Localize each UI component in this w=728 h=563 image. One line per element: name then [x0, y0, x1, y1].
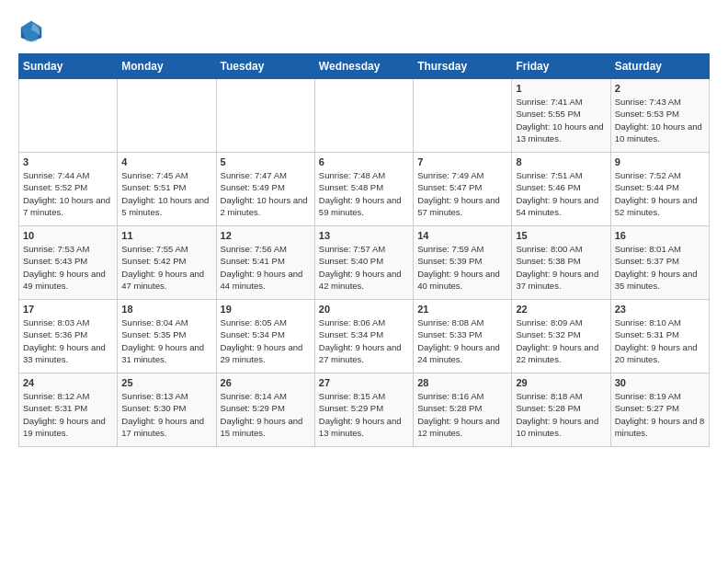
calendar-cell: 25Sunrise: 8:13 AM Sunset: 5:30 PM Dayli…	[118, 373, 216, 447]
day-info: Sunrise: 7:56 AM Sunset: 5:41 PM Dayligh…	[221, 243, 311, 292]
day-number: 3	[23, 156, 113, 167]
weekday-header: Thursday	[414, 54, 512, 79]
calendar-cell: 29Sunrise: 8:18 AM Sunset: 5:28 PM Dayli…	[512, 373, 610, 447]
weekday-header: Saturday	[610, 54, 709, 79]
day-number: 27	[319, 377, 409, 388]
weekday-header: Sunday	[19, 54, 118, 79]
day-number: 2	[615, 83, 705, 94]
calendar-cell: 27Sunrise: 8:15 AM Sunset: 5:29 PM Dayli…	[314, 373, 413, 447]
calendar-cell: 19Sunrise: 8:05 AM Sunset: 5:34 PM Dayli…	[216, 300, 314, 373]
calendar-cell: 12Sunrise: 7:56 AM Sunset: 5:41 PM Dayli…	[216, 226, 314, 300]
calendar-cell	[118, 79, 216, 153]
calendar-cell: 9Sunrise: 7:52 AM Sunset: 5:44 PM Daylig…	[610, 153, 709, 226]
day-info: Sunrise: 7:41 AM Sunset: 5:55 PM Dayligh…	[516, 96, 606, 144]
day-number: 16	[615, 230, 705, 241]
day-info: Sunrise: 8:12 AM Sunset: 5:31 PM Dayligh…	[23, 390, 113, 439]
day-info: Sunrise: 7:57 AM Sunset: 5:40 PM Dayligh…	[319, 243, 409, 292]
day-info: Sunrise: 8:03 AM Sunset: 5:36 PM Dayligh…	[23, 316, 113, 365]
day-info: Sunrise: 7:52 AM Sunset: 5:44 PM Dayligh…	[615, 169, 705, 218]
day-number: 22	[516, 304, 606, 315]
day-info: Sunrise: 8:15 AM Sunset: 5:29 PM Dayligh…	[319, 390, 409, 439]
calendar-cell: 24Sunrise: 8:12 AM Sunset: 5:31 PM Dayli…	[19, 373, 118, 447]
calendar-cell: 13Sunrise: 7:57 AM Sunset: 5:40 PM Dayli…	[314, 226, 413, 300]
calendar-cell	[314, 79, 413, 153]
calendar-cell: 11Sunrise: 7:55 AM Sunset: 5:42 PM Dayli…	[118, 226, 216, 300]
calendar-cell: 1Sunrise: 7:41 AM Sunset: 5:55 PM Daylig…	[512, 79, 610, 153]
day-info: Sunrise: 8:19 AM Sunset: 5:27 PM Dayligh…	[615, 390, 705, 439]
calendar-cell: 10Sunrise: 7:53 AM Sunset: 5:43 PM Dayli…	[19, 226, 118, 300]
calendar-cell: 30Sunrise: 8:19 AM Sunset: 5:27 PM Dayli…	[610, 373, 709, 447]
day-info: Sunrise: 8:13 AM Sunset: 5:30 PM Dayligh…	[121, 390, 211, 439]
day-info: Sunrise: 7:51 AM Sunset: 5:46 PM Dayligh…	[516, 169, 606, 218]
calendar-cell: 28Sunrise: 8:16 AM Sunset: 5:28 PM Dayli…	[414, 373, 512, 447]
calendar-cell: 20Sunrise: 8:06 AM Sunset: 5:34 PM Dayli…	[314, 300, 413, 373]
calendar-cell: 21Sunrise: 8:08 AM Sunset: 5:33 PM Dayli…	[414, 300, 512, 373]
day-info: Sunrise: 7:55 AM Sunset: 5:42 PM Dayligh…	[121, 243, 211, 292]
day-info: Sunrise: 8:18 AM Sunset: 5:28 PM Dayligh…	[516, 390, 606, 439]
day-number: 6	[319, 156, 409, 167]
page-header	[18, 18, 710, 44]
day-number: 24	[23, 377, 113, 388]
calendar-header: SundayMondayTuesdayWednesdayThursdayFrid…	[19, 54, 710, 79]
calendar-cell: 4Sunrise: 7:45 AM Sunset: 5:51 PM Daylig…	[118, 153, 216, 226]
day-info: Sunrise: 8:10 AM Sunset: 5:31 PM Dayligh…	[615, 316, 705, 365]
day-info: Sunrise: 7:59 AM Sunset: 5:39 PM Dayligh…	[417, 243, 507, 292]
day-info: Sunrise: 8:06 AM Sunset: 5:34 PM Dayligh…	[319, 316, 409, 365]
day-info: Sunrise: 7:53 AM Sunset: 5:43 PM Dayligh…	[23, 243, 113, 292]
day-info: Sunrise: 7:44 AM Sunset: 5:52 PM Dayligh…	[23, 169, 113, 218]
calendar-cell: 2Sunrise: 7:43 AM Sunset: 5:53 PM Daylig…	[610, 79, 709, 153]
logo-icon	[18, 18, 44, 44]
weekday-header: Friday	[512, 54, 610, 79]
calendar-cell: 8Sunrise: 7:51 AM Sunset: 5:46 PM Daylig…	[512, 153, 610, 226]
calendar-body: 1Sunrise: 7:41 AM Sunset: 5:55 PM Daylig…	[19, 79, 710, 447]
day-info: Sunrise: 7:47 AM Sunset: 5:49 PM Dayligh…	[221, 169, 311, 218]
day-number: 15	[516, 230, 606, 241]
day-number: 29	[516, 377, 606, 388]
day-number: 1	[516, 83, 606, 94]
day-number: 17	[23, 304, 113, 315]
calendar-cell: 14Sunrise: 7:59 AM Sunset: 5:39 PM Dayli…	[414, 226, 512, 300]
day-number: 28	[417, 377, 507, 388]
calendar-table: SundayMondayTuesdayWednesdayThursdayFrid…	[18, 53, 710, 447]
calendar-cell	[216, 79, 314, 153]
calendar-cell: 22Sunrise: 8:09 AM Sunset: 5:32 PM Dayli…	[512, 300, 610, 373]
day-number: 12	[221, 230, 311, 241]
day-info: Sunrise: 7:48 AM Sunset: 5:48 PM Dayligh…	[319, 169, 409, 218]
day-info: Sunrise: 7:43 AM Sunset: 5:53 PM Dayligh…	[615, 96, 705, 144]
weekday-header: Wednesday	[314, 54, 413, 79]
day-number: 10	[23, 230, 113, 241]
calendar-cell: 7Sunrise: 7:49 AM Sunset: 5:47 PM Daylig…	[414, 153, 512, 226]
calendar-week-row: 10Sunrise: 7:53 AM Sunset: 5:43 PM Dayli…	[19, 226, 710, 300]
day-info: Sunrise: 8:01 AM Sunset: 5:37 PM Dayligh…	[615, 243, 705, 292]
day-info: Sunrise: 8:08 AM Sunset: 5:33 PM Dayligh…	[417, 316, 507, 365]
calendar-week-row: 3Sunrise: 7:44 AM Sunset: 5:52 PM Daylig…	[19, 153, 710, 226]
day-number: 5	[221, 156, 311, 167]
calendar-cell: 18Sunrise: 8:04 AM Sunset: 5:35 PM Dayli…	[118, 300, 216, 373]
calendar-cell: 23Sunrise: 8:10 AM Sunset: 5:31 PM Dayli…	[610, 300, 709, 373]
day-number: 20	[319, 304, 409, 315]
day-number: 7	[417, 156, 507, 167]
day-number: 14	[417, 230, 507, 241]
day-number: 4	[121, 156, 211, 167]
day-number: 8	[516, 156, 606, 167]
calendar-cell: 16Sunrise: 8:01 AM Sunset: 5:37 PM Dayli…	[610, 226, 709, 300]
calendar-cell: 5Sunrise: 7:47 AM Sunset: 5:49 PM Daylig…	[216, 153, 314, 226]
logo	[18, 18, 48, 44]
calendar-cell	[414, 79, 512, 153]
weekday-header: Monday	[118, 54, 216, 79]
day-number: 11	[121, 230, 211, 241]
calendar-week-row: 17Sunrise: 8:03 AM Sunset: 5:36 PM Dayli…	[19, 300, 710, 373]
day-info: Sunrise: 8:16 AM Sunset: 5:28 PM Dayligh…	[417, 390, 507, 439]
day-number: 25	[121, 377, 211, 388]
weekday-row: SundayMondayTuesdayWednesdayThursdayFrid…	[19, 54, 710, 79]
calendar-cell: 6Sunrise: 7:48 AM Sunset: 5:48 PM Daylig…	[314, 153, 413, 226]
day-number: 21	[417, 304, 507, 315]
day-info: Sunrise: 8:05 AM Sunset: 5:34 PM Dayligh…	[221, 316, 311, 365]
day-info: Sunrise: 8:00 AM Sunset: 5:38 PM Dayligh…	[516, 243, 606, 292]
calendar-cell: 26Sunrise: 8:14 AM Sunset: 5:29 PM Dayli…	[216, 373, 314, 447]
calendar-week-row: 24Sunrise: 8:12 AM Sunset: 5:31 PM Dayli…	[19, 373, 710, 447]
calendar-cell: 3Sunrise: 7:44 AM Sunset: 5:52 PM Daylig…	[19, 153, 118, 226]
day-info: Sunrise: 7:49 AM Sunset: 5:47 PM Dayligh…	[417, 169, 507, 218]
day-number: 19	[221, 304, 311, 315]
calendar-cell	[19, 79, 118, 153]
